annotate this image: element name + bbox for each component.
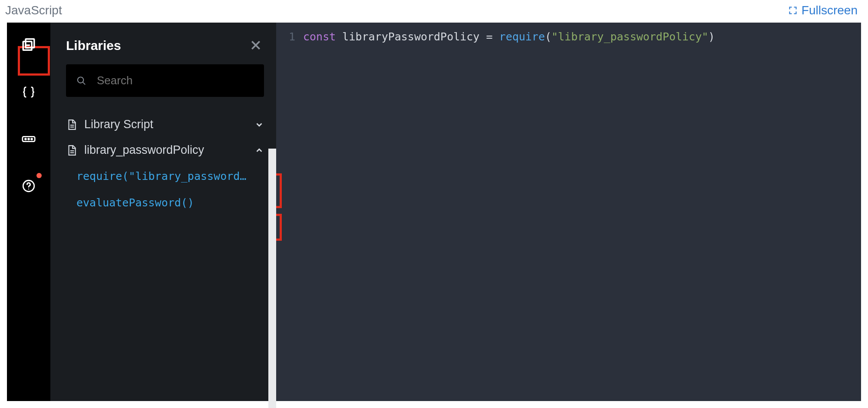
tree-item-label: library_passwordPolicy (84, 143, 248, 157)
document-icon (66, 145, 77, 156)
notification-dot (36, 173, 42, 178)
snippet-text: require("library_password… (76, 170, 246, 182)
svg-point-5 (25, 139, 26, 140)
fullscreen-label: Fullscreen (802, 3, 858, 17)
tree-subitem-evaluate[interactable]: evaluatePassword() (50, 189, 276, 216)
line-gutter: 1 (276, 30, 303, 401)
close-panel-button[interactable] (249, 38, 264, 53)
chevron-up-icon (254, 146, 264, 155)
editor-header: JavaScript Fullscreen (0, 0, 868, 23)
help-tab-icon[interactable] (17, 174, 41, 198)
more-tab-icon[interactable] (17, 127, 41, 151)
token-identifier: libraryPasswordPolicy (342, 30, 479, 43)
token-keyword: const (303, 30, 336, 43)
libraries-panel: Libraries Library Script library_passwor… (50, 23, 276, 401)
fullscreen-button[interactable]: Fullscreen (789, 3, 858, 17)
search-input[interactable] (97, 74, 254, 87)
svg-point-9 (28, 189, 29, 189)
editor-container: 1 2 3 Libraries (7, 23, 861, 401)
chevron-down-icon (254, 120, 264, 129)
snippet-text: evaluatePassword() (76, 196, 194, 209)
token-function: require (499, 30, 545, 43)
code-line-1[interactable]: const libraryPasswordPolicy = require("l… (303, 30, 715, 401)
tree-item-label: Library Script (84, 118, 248, 131)
svg-rect-1 (26, 39, 34, 48)
token-operator: = (486, 30, 492, 43)
search-box[interactable] (66, 64, 264, 97)
tree-subitem-require[interactable]: require("library_password… (50, 163, 276, 189)
fullscreen-icon (789, 6, 797, 15)
token-string: "library_passwordPolicy" (551, 30, 708, 43)
document-icon (66, 119, 77, 130)
line-number: 1 (276, 30, 295, 43)
panel-scrollbar[interactable] (268, 149, 276, 408)
code-editor[interactable]: 1 const libraryPasswordPolicy = require(… (276, 23, 861, 401)
panel-title: Libraries (66, 38, 121, 53)
token-paren: ( (545, 30, 551, 43)
library-tree: Library Script library_passwordPolicy re… (50, 112, 276, 216)
tree-item-password-policy[interactable]: library_passwordPolicy (50, 137, 276, 163)
token-paren: ) (708, 30, 715, 43)
tree-item-library-script[interactable]: Library Script (50, 112, 276, 137)
icon-rail (7, 23, 50, 401)
libraries-tab-icon[interactable] (17, 33, 41, 57)
svg-point-7 (31, 139, 33, 140)
search-icon (76, 75, 86, 86)
braces-tab-icon[interactable] (17, 80, 41, 104)
language-label: JavaScript (5, 3, 62, 17)
svg-point-6 (28, 139, 30, 140)
